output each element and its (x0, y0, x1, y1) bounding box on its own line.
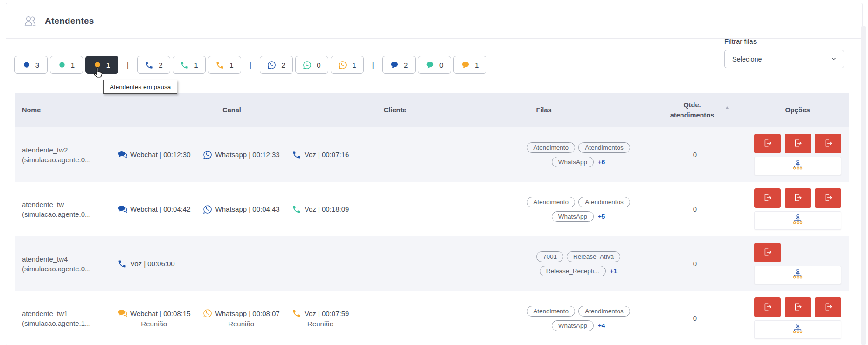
whatsapp-icon (203, 150, 212, 159)
phone-icon (292, 205, 301, 214)
filter-whatsapp-button[interactable]: 1 (331, 56, 364, 74)
sign-out-icon (792, 193, 803, 204)
queue-tag: Atendimentos (578, 306, 630, 317)
more-queues-badge[interactable]: +4 (598, 322, 605, 329)
queue-filter: Filtrar filas Selecione (724, 37, 844, 68)
attendant-name-cell: atendente_tw4(simulacao.agente.0... (15, 254, 118, 274)
filter-chat-button[interactable]: 1 (453, 56, 486, 74)
more-queues-badge[interactable]: +6 (598, 159, 605, 166)
attendant-name-cell: atendente_tw2(simulacao.agente.0... (15, 145, 118, 165)
channel-label: Voz | 00:06:00 (130, 260, 175, 268)
filter-count: 3 (35, 61, 39, 69)
hierarchy-button[interactable] (754, 266, 841, 284)
filter-whatsapp-button[interactable]: 2 (260, 56, 293, 74)
channel-line: Voz | 00:07:59 (292, 309, 349, 318)
attendant-login: (simulacao.agente.1... (22, 318, 118, 328)
channel-line: Voz | 00:07:16 (292, 150, 349, 159)
channel-cell: Webchat | 00:12:30Whatsapp | 00:12:33Voz… (118, 150, 346, 159)
channel-line: Webchat | 00:12:30 (118, 150, 191, 159)
logout-channel-button[interactable] (815, 297, 841, 317)
filter-phone-button[interactable]: 1 (208, 56, 241, 74)
logout-channel-button[interactable] (754, 297, 781, 317)
logout-buttons-row (754, 134, 841, 153)
queue-tag: Atendimento (527, 306, 575, 317)
attendances-count: 0 (644, 314, 746, 322)
sign-out-icon (762, 302, 772, 313)
sign-out-icon (823, 138, 833, 150)
channel-cell: Voz | 00:06:00 (118, 259, 346, 269)
webchat-icon (118, 309, 127, 318)
more-queues-badge[interactable]: +1 (610, 268, 617, 275)
table-header: NomeCanalClienteFilasQtde. atendimentosO… (15, 93, 849, 127)
logout-buttons-row (754, 188, 841, 208)
table-row: atendente_tw2(simulacao.agente.0...Webch… (15, 127, 849, 182)
logout-channel-button[interactable] (754, 243, 781, 262)
logout-channel-button[interactable] (754, 188, 781, 208)
channel-label: Whatsapp | 00:04:43 (215, 205, 280, 213)
attendant-login: (simulacao.agente.0... (22, 209, 118, 219)
logout-channel-button[interactable] (754, 134, 781, 153)
queue-tag: Atendimentos (578, 142, 630, 153)
sign-out-icon (762, 193, 772, 204)
filter-circle-button[interactable]: 1 (50, 56, 83, 74)
sign-out-icon (762, 138, 772, 150)
attendances-count: 0 (644, 205, 746, 213)
channel-label: Whatsapp | 00:08:07 (215, 310, 280, 317)
hierarchy-icon (792, 268, 804, 283)
logout-channel-button[interactable] (815, 188, 841, 208)
channel-label: Webchat | 00:08:15 (130, 310, 191, 317)
channel-line: Whatsapp | 00:04:43 (203, 205, 280, 214)
channel-entry: Whatsapp | 00:04:43 (203, 205, 280, 214)
filter-circle-button[interactable]: 3 (14, 56, 48, 74)
circle-icon (23, 61, 30, 69)
column-label: Cliente (384, 105, 406, 115)
chevron-down-icon (830, 55, 838, 63)
column-header-op-es: Opções (746, 93, 849, 127)
more-queues-badge[interactable]: +5 (598, 213, 605, 220)
queues-wrap: AtendimentoAtendimentosWhatsApp+4 (513, 306, 644, 331)
column-header-cliente: Cliente (346, 93, 444, 127)
queue-tag: Atendimento (527, 197, 575, 207)
channel-line: Webchat | 00:04:42 (118, 205, 191, 214)
logout-buttons-row (754, 243, 841, 262)
channel-status-label: Reunião (307, 320, 333, 328)
channel-line: Whatsapp | 00:08:07 (203, 309, 280, 318)
scrollbar[interactable] (861, 26, 866, 345)
attendances-count: 0 (644, 151, 746, 159)
attendant-name-cell: atendente_tw1(simulacao.agente.1... (15, 309, 118, 328)
filter-phone-button[interactable]: 2 (137, 56, 170, 74)
attendant-name: atendente_tw1 (22, 309, 118, 318)
hierarchy-button[interactable] (754, 157, 841, 175)
logout-channel-button[interactable] (785, 297, 811, 317)
logout-channel-button[interactable] (815, 134, 841, 153)
channel-cell: Webchat | 00:08:15ReuniãoWhatsapp | 00:0… (118, 309, 346, 328)
logout-buttons-row (754, 297, 841, 317)
logout-channel-button[interactable] (785, 188, 811, 208)
filter-count: 1 (194, 61, 198, 69)
filter-count: 2 (281, 61, 285, 69)
filter-phone-button[interactable]: 1 (173, 56, 206, 74)
queue-filter-label: Filtrar filas (724, 37, 844, 45)
queue-filter-select[interactable]: Selecione (724, 50, 844, 68)
filter-count: 1 (352, 61, 356, 69)
channel-entry: Webchat | 00:04:42 (118, 205, 191, 214)
channel-label: Voz | 00:07:16 (305, 151, 349, 159)
column-header-nome: Nome (15, 93, 118, 127)
column-header-qtde-atendimentos[interactable]: Qtde. atendimentos (644, 93, 746, 127)
sign-out-icon (792, 302, 803, 313)
filter-chat-button[interactable]: 2 (382, 56, 416, 74)
circle-icon (58, 61, 66, 69)
options-cell (746, 243, 849, 284)
options-cell (746, 134, 849, 175)
filter-count: 2 (159, 61, 162, 69)
filter-whatsapp-button[interactable]: 0 (295, 56, 328, 74)
filter-chat-button[interactable]: 0 (418, 56, 451, 74)
logout-channel-button[interactable] (785, 134, 811, 153)
queue-tag: WhatsApp (552, 157, 594, 167)
hierarchy-button[interactable] (754, 211, 841, 230)
hierarchy-button[interactable] (754, 320, 841, 339)
attendances-count: 0 (644, 260, 746, 268)
table-row: atendente_tw4(simulacao.agente.0...Voz |… (15, 236, 849, 291)
queue-tag: Atendimentos (578, 197, 630, 207)
filter-count: 1 (229, 61, 233, 69)
